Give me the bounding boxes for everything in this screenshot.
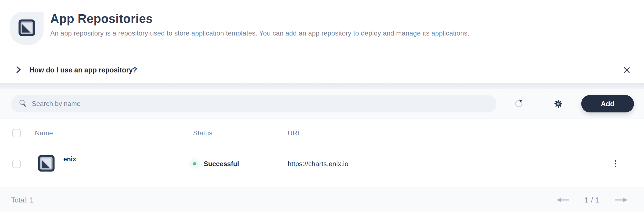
content-area: Add Name Status URL [0,89,644,212]
table-header-row: Name Status URL [0,119,644,147]
repository-subtitle: - [63,166,76,172]
banner-shadow-strip [0,83,644,89]
row-checkbox[interactable] [12,160,21,168]
toolbar: Add [0,89,644,119]
chevron-right-icon[interactable] [16,66,21,74]
close-icon[interactable] [621,65,632,76]
column-header-status: Status [193,129,212,137]
arrow-right-icon[interactable] [614,196,628,204]
column-header-url: URL [288,129,301,137]
repository-name[interactable]: enix [63,156,76,163]
search-icon [18,99,27,109]
status-dot [193,162,196,165]
help-banner[interactable]: How do I use an app repository? [0,57,644,83]
app-repository-icon [18,18,35,38]
app-repository-icon-badge [10,12,44,45]
table-bottom-padding [0,180,644,187]
gear-icon[interactable] [552,98,564,110]
table-row[interactable]: enix - Successful https://charts.enix.io [0,147,644,180]
app-repository-icon [38,154,55,173]
list-footer: Total: 1 1 / 1 [0,188,644,212]
page-header: App Repositories An app repository is a … [0,0,644,57]
pagination: 1 / 1 [556,196,628,204]
select-all-checkbox[interactable] [12,129,21,137]
kebab-menu-icon[interactable] [613,158,619,169]
search-bar[interactable] [11,95,496,112]
status-badge: Successful [204,160,239,168]
search-input[interactable] [32,100,490,108]
column-header-name: Name [35,129,53,137]
page-description: An app repository is a repository used t… [50,29,469,37]
repository-url: https://charts.enix.io [288,160,349,168]
refresh-icon[interactable] [513,98,525,110]
add-button[interactable]: Add [581,95,634,112]
help-banner-question[interactable]: How do I use an app repository? [29,66,137,74]
total-count: Total: 1 [11,196,34,204]
page-title: App Repositories [50,12,469,26]
app-repositories-table: Name Status URL [0,119,644,187]
page-indicator: 1 / 1 [584,196,600,204]
arrow-left-icon[interactable] [556,196,570,204]
